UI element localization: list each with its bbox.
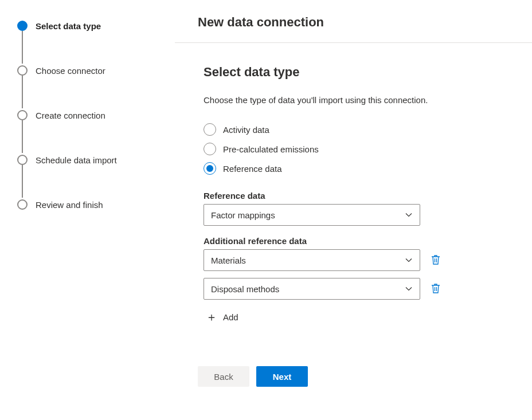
wizard-footer: Back Next	[175, 349, 532, 387]
step-connector	[22, 76, 23, 108]
step-label: Review and finish	[36, 200, 103, 210]
additional-reference-field: Additional reference data Materials Disp…	[204, 236, 503, 327]
add-reference-button[interactable]: ＋ Add	[204, 307, 241, 327]
additional-reference-row: Disposal methods	[204, 278, 503, 300]
step-label: Create connection	[36, 111, 105, 120]
select-value: Materials	[211, 256, 246, 265]
back-button[interactable]: Back	[198, 366, 249, 387]
additional-reference-select[interactable]: Materials	[204, 249, 420, 271]
radio-indicator	[204, 123, 216, 136]
wizard-stepper: Select data type Choose connector Create…	[0, 0, 175, 420]
additional-reference-select[interactable]: Disposal methods	[204, 278, 420, 300]
delete-row-button[interactable]	[428, 281, 443, 296]
step-indicator-dot	[17, 155, 28, 165]
radio-label: Pre-calculated emissions	[223, 144, 319, 154]
step-label: Schedule data import	[36, 155, 117, 165]
radio-reference-data[interactable]: Reference data	[204, 162, 503, 175]
chevron-down-icon	[405, 256, 413, 264]
step-indicator-dot	[17, 110, 28, 120]
radio-indicator	[204, 143, 216, 155]
step-indicator-dot	[17, 21, 28, 31]
step-create-connection[interactable]: Create connection	[17, 108, 163, 122]
additional-reference-row: Materials	[204, 249, 503, 271]
step-connector	[22, 120, 23, 153]
add-label: Add	[223, 312, 238, 322]
step-connector	[22, 165, 23, 198]
reference-data-select[interactable]: Factor mappings	[204, 204, 420, 226]
step-indicator-dot	[17, 65, 28, 76]
next-button[interactable]: Next	[256, 366, 308, 387]
field-label: Additional reference data	[204, 236, 503, 246]
step-connector	[22, 31, 23, 64]
radio-label: Reference data	[223, 164, 282, 174]
radio-indicator	[204, 162, 216, 175]
step-choose-connector[interactable]: Choose connector	[17, 64, 163, 77]
section-title: Select data type	[204, 65, 503, 80]
data-type-radio-group: Activity data Pre-calculated emissions R…	[204, 123, 503, 175]
section-description: Choose the type of data you'll import us…	[204, 95, 444, 106]
select-value: Factor mappings	[211, 210, 275, 220]
chevron-down-icon	[405, 285, 413, 293]
chevron-down-icon	[405, 211, 413, 219]
field-label: Reference data	[204, 191, 503, 201]
trash-icon	[431, 254, 441, 267]
radio-label: Activity data	[223, 125, 269, 135]
main-panel: New data connection Select data type Cho…	[175, 0, 532, 420]
step-schedule-data-import[interactable]: Schedule data import	[17, 153, 163, 167]
step-label: Select data type	[36, 21, 101, 31]
page-title: New data connection	[175, 9, 532, 43]
step-label: Choose connector	[36, 66, 105, 76]
step-select-data-type[interactable]: Select data type	[17, 19, 163, 33]
delete-row-button[interactable]	[428, 253, 443, 268]
step-indicator-dot	[17, 199, 28, 210]
step-review-and-finish[interactable]: Review and finish	[17, 198, 163, 211]
radio-activity-data[interactable]: Activity data	[204, 123, 503, 136]
trash-icon	[431, 282, 441, 296]
select-value: Disposal methods	[211, 284, 279, 294]
radio-pre-calculated-emissions[interactable]: Pre-calculated emissions	[204, 143, 503, 155]
reference-data-field: Reference data Factor mappings	[204, 191, 503, 226]
plus-icon: ＋	[206, 311, 217, 323]
